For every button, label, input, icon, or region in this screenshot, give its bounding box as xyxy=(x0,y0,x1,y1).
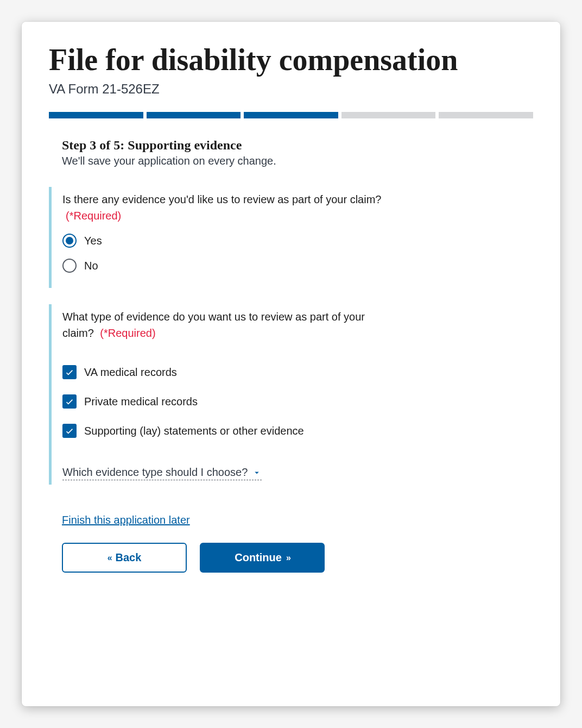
checkbox-checked-icon xyxy=(62,394,77,409)
radio-no[interactable]: No xyxy=(62,259,396,273)
disclosure-label: Which evidence type should I choose? xyxy=(62,466,248,479)
question-block-1: Is there any evidence you'd like us to r… xyxy=(49,187,396,288)
q2-text: What type of evidence do you want us to … xyxy=(62,309,396,341)
checkbox-private-label: Private medical records xyxy=(84,396,198,408)
radio-no-control xyxy=(62,259,77,273)
q1-text: Is there any evidence you'd like us to r… xyxy=(62,191,396,224)
chevron-right-icon: » xyxy=(286,553,290,563)
form-id: VA Form 21-526EZ xyxy=(49,81,533,97)
checkbox-lay-statements[interactable]: Supporting (lay) statements or other evi… xyxy=(62,424,396,438)
nav-buttons: « Back Continue » xyxy=(62,543,533,573)
progress-seg-5 xyxy=(439,112,533,118)
q1-required: (*Required) xyxy=(66,210,121,222)
progress-seg-1 xyxy=(49,112,143,118)
save-note: We'll save your application on every cha… xyxy=(62,155,533,167)
radio-no-label: No xyxy=(84,260,98,272)
page-title: File for disability compensation xyxy=(49,42,533,77)
checkbox-va-label: VA medical records xyxy=(84,366,177,379)
radio-yes-control xyxy=(62,234,77,248)
progress-seg-2 xyxy=(147,112,241,118)
continue-button[interactable]: Continue » xyxy=(200,543,325,573)
progress-seg-4 xyxy=(341,112,436,118)
q1-radio-group: Yes No xyxy=(62,234,396,273)
evidence-type-help-toggle[interactable]: Which evidence type should I choose? xyxy=(62,466,262,480)
radio-yes[interactable]: Yes xyxy=(62,234,396,248)
q2-required: (*Required) xyxy=(100,327,155,339)
radio-selected-icon xyxy=(66,237,73,244)
checkbox-checked-icon xyxy=(62,424,77,438)
step-heading: Step 3 of 5: Supporting evidence xyxy=(62,138,533,153)
q1-label: Is there any evidence you'd like us to r… xyxy=(62,193,381,205)
finish-later-link[interactable]: Finish this application later xyxy=(62,514,190,526)
checkbox-private-records[interactable]: Private medical records xyxy=(62,394,396,409)
q2-check-group: VA medical records Private medical recor… xyxy=(62,365,396,438)
checkbox-lay-label: Supporting (lay) statements or other evi… xyxy=(84,425,304,437)
chevron-left-icon: « xyxy=(107,553,111,563)
checkbox-va-records[interactable]: VA medical records xyxy=(62,365,396,379)
continue-button-label: Continue xyxy=(235,551,282,564)
progress-seg-3 xyxy=(244,112,338,118)
checkbox-checked-icon xyxy=(62,365,77,379)
back-button[interactable]: « Back xyxy=(62,543,187,573)
chevron-down-icon xyxy=(252,468,262,478)
question-block-2: What type of evidence do you want us to … xyxy=(49,304,396,485)
radio-yes-label: Yes xyxy=(84,235,102,247)
back-button-label: Back xyxy=(116,551,142,564)
form-card: File for disability compensation VA Form… xyxy=(22,22,560,706)
progress-bar xyxy=(49,112,533,118)
